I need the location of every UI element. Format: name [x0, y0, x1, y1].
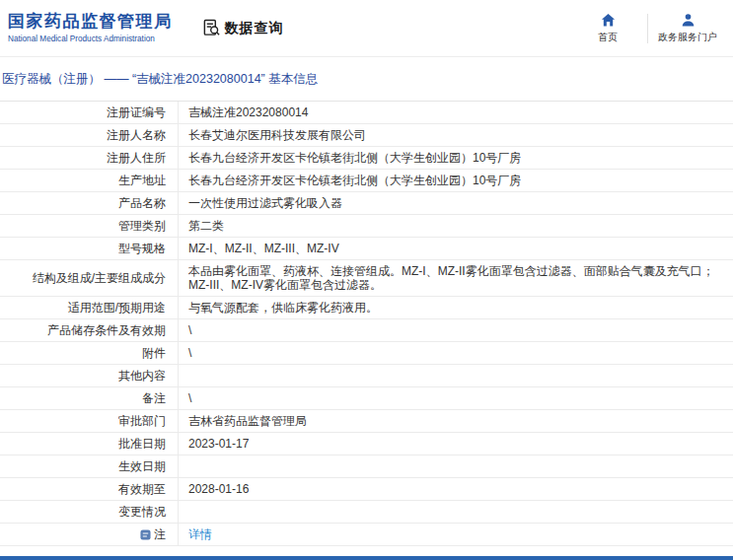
data-query-icon	[202, 19, 221, 37]
row-label: 批准日期	[0, 433, 179, 455]
row-value: 长春九台经济开发区卡伦镇老街北侧（大学生创业园）10号厂房	[179, 170, 733, 191]
header: 国家药品监督管理局 National Medical Products Admi…	[0, 0, 733, 57]
table-row: 审批部门 吉林省药品监督管理局	[0, 410, 733, 433]
table-row: 管理类别 第二类	[0, 215, 733, 238]
row-value	[179, 455, 733, 477]
section-title: 数据查询	[225, 20, 284, 37]
row-label: 注	[0, 524, 179, 545]
row-label: 有效期至	[0, 478, 179, 500]
row-label: 管理类别	[0, 215, 179, 237]
table-row: 附件 \	[0, 342, 733, 365]
row-value: 吉械注准20232080014	[179, 102, 733, 123]
table-row: 适用范围/预期用途 与氧气源配套，供临床雾化药液用。	[0, 297, 733, 319]
row-label: 附件	[0, 342, 179, 364]
data-query-header: 数据查询	[202, 19, 284, 37]
row-label: 产品名称	[0, 192, 179, 214]
row-value: 吉林省药品监督管理局	[179, 410, 733, 432]
row-value: 详情	[179, 524, 733, 545]
note-icon	[140, 529, 151, 540]
home-icon	[601, 13, 616, 28]
row-label: 产品储存条件及有效期	[0, 319, 179, 341]
row-label: 型号规格	[0, 238, 179, 259]
row-value: \	[179, 342, 733, 364]
row-value: 一次性使用过滤式雾化吸入器	[179, 192, 733, 214]
table-row: 有效期至 2028-01-16	[0, 478, 733, 501]
row-value: 本品由雾化面罩、药液杯、连接管组成。MZ-I、MZ-II雾化面罩包含过滤器、面部…	[179, 260, 733, 296]
table-row: 注册人住所 长春九台经济开发区卡伦镇老街北侧（大学生创业园）10号厂房	[0, 147, 733, 170]
site-subtitle: National Medical Products Administration	[8, 35, 173, 44]
site-logo-title: 国家药品监督管理局 National Medical Products Admi…	[8, 12, 173, 43]
row-value: \	[179, 387, 733, 409]
row-value: 2023-01-17	[179, 433, 733, 455]
table-row: 产品名称 一次性使用过滤式雾化吸入器	[0, 192, 733, 215]
table-row: 注册证编号 吉械注准20232080014	[0, 102, 733, 124]
table-row: 注 详情	[0, 524, 733, 546]
row-value: 2028-01-16	[179, 478, 733, 500]
row-label: 生产地址	[0, 170, 179, 191]
row-label: 审批部门	[0, 410, 179, 432]
row-label: 其他内容	[0, 365, 179, 386]
row-value	[179, 365, 733, 386]
table-row: 变更情况	[0, 501, 733, 524]
row-value	[179, 501, 733, 523]
row-label: 适用范围/预期用途	[0, 297, 179, 318]
table-row: 其他内容	[0, 365, 733, 387]
site-title: 国家药品监督管理局	[8, 12, 173, 32]
page-title: 医疗器械（注册） —— “吉械注准20232080014” 基本信息	[0, 57, 733, 101]
row-label: 注册证编号	[0, 102, 179, 123]
row-value: 长春艾迪尔医用科技发展有限公司	[179, 124, 733, 146]
row-value: MZ-I、MZ-II、MZ-III、MZ-IV	[179, 238, 733, 259]
nav-portal[interactable]: 政务服务门户	[652, 13, 723, 44]
row-value: 长春九台经济开发区卡伦镇老街北侧（大学生创业园）10号厂房	[179, 147, 733, 169]
row-value: 第二类	[179, 215, 733, 237]
nav-portal-label: 政务服务门户	[658, 31, 717, 44]
row-label: 变更情况	[0, 501, 179, 523]
detail-link[interactable]: 详情	[188, 527, 212, 541]
row-label: 注册人名称	[0, 124, 179, 146]
user-icon	[681, 13, 696, 28]
row-label-text: 注	[154, 527, 166, 541]
row-label: 注册人住所	[0, 147, 179, 169]
row-value: 与氧气源配套，供临床雾化药液用。	[179, 297, 733, 318]
row-label: 结构及组成/主要组成成分	[0, 260, 179, 296]
row-value: \	[179, 319, 733, 341]
table-row: 备注 \	[0, 387, 733, 410]
table-row: 生产地址 长春九台经济开发区卡伦镇老街北侧（大学生创业园）10号厂房	[0, 170, 733, 192]
table-row: 批准日期 2023-01-17	[0, 433, 733, 455]
table-row: 产品储存条件及有效期 \	[0, 319, 733, 342]
table-row: 型号规格 MZ-I、MZ-II、MZ-III、MZ-IV	[0, 238, 733, 260]
registration-detail-table: 注册证编号 吉械注准20232080014 注册人名称 长春艾迪尔医用科技发展有…	[0, 101, 733, 546]
nav-home-label: 首页	[598, 31, 618, 44]
table-row: 生效日期	[0, 455, 733, 478]
nav-divider	[647, 14, 648, 43]
table-row: 结构及组成/主要组成成分 本品由雾化面罩、药液杯、连接管组成。MZ-I、MZ-I…	[0, 260, 733, 297]
nav-home[interactable]: 首页	[572, 13, 643, 44]
table-row: 注册人名称 长春艾迪尔医用科技发展有限公司	[0, 124, 733, 147]
footer-bar	[0, 556, 733, 560]
row-label: 备注	[0, 387, 179, 409]
row-label: 生效日期	[0, 455, 179, 477]
